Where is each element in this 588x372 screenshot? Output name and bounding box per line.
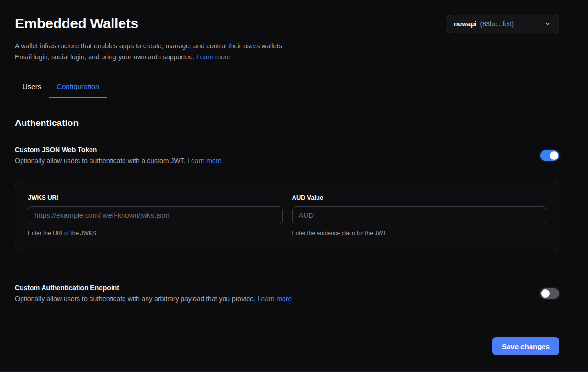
page-header-text: Embedded Wallets A wallet infrastructure…: [15, 15, 284, 63]
jwt-config-card: JWKS URI Enter the URI of the JWKS AUD V…: [15, 181, 559, 251]
tab-bar: Users Configuration: [15, 82, 559, 98]
api-key-hint: (83bc...fe0): [480, 20, 514, 28]
jwks-uri-input[interactable]: [28, 206, 283, 224]
jwks-uri-label: JWKS URI: [28, 194, 58, 201]
custom-endpoint-description: Optionally allow users to authenticate w…: [15, 295, 292, 303]
jwks-uri-helper: Enter the URI of the JWKS: [28, 230, 283, 237]
embedded-wallets-page: Embedded Wallets A wallet infrastructure…: [0, 0, 588, 355]
footer-actions: Save changes: [15, 337, 559, 355]
jwt-toggle-knob: [550, 151, 558, 160]
jwt-setting-title: Custom JSON Web Token: [15, 146, 222, 154]
page-header: Embedded Wallets A wallet infrastructure…: [15, 15, 559, 63]
tab-configuration[interactable]: Configuration: [49, 82, 107, 98]
page-description: A wallet infrastructure that enables app…: [15, 41, 284, 63]
jwt-toggle[interactable]: [540, 150, 559, 161]
page-title: Embedded Wallets: [15, 15, 284, 32]
api-key-name: newapi: [454, 20, 476, 28]
divider: [15, 320, 559, 320]
aud-value-helper: Enter the audience claim for the JWT: [292, 230, 547, 237]
section-heading-authentication: Authentication: [15, 118, 559, 128]
page-description-text: A wallet infrastructure that enables app…: [15, 42, 284, 61]
custom-endpoint-title: Custom Authentication Endpoint: [15, 284, 292, 292]
page-learn-more-link[interactable]: Learn more: [196, 53, 231, 61]
tab-users[interactable]: Users: [15, 82, 49, 98]
custom-endpoint-toggle[interactable]: [540, 288, 559, 299]
api-key-selector-label: newapi(83bc...fe0): [454, 20, 514, 28]
custom-endpoint-description-text: Optionally allow users to authenticate w…: [15, 295, 258, 303]
jwt-setting-description: Optionally allow users to authenticate w…: [15, 157, 222, 165]
jwks-uri-field-group: JWKS URI Enter the URI of the JWKS: [28, 193, 283, 237]
chevron-down-icon: [544, 21, 551, 27]
custom-endpoint-setting-row: Custom Authentication Endpoint Optionall…: [15, 284, 559, 303]
custom-endpoint-text: Custom Authentication Endpoint Optionall…: [15, 284, 292, 303]
custom-endpoint-learn-more-link[interactable]: Learn more: [258, 295, 292, 303]
aud-value-label: AUD Value: [292, 194, 324, 201]
jwt-setting-text: Custom JSON Web Token Optionally allow u…: [15, 146, 222, 165]
jwt-setting-row: Custom JSON Web Token Optionally allow u…: [15, 146, 559, 165]
aud-value-input[interactable]: [292, 206, 547, 224]
custom-endpoint-toggle-knob: [541, 289, 550, 298]
divider: [15, 266, 559, 266]
jwt-learn-more-link[interactable]: Learn more: [187, 157, 222, 165]
jwt-setting-description-text: Optionally allow users to authenticate w…: [15, 157, 187, 165]
save-changes-button[interactable]: Save changes: [492, 337, 559, 355]
aud-value-field-group: AUD Value Enter the audience claim for t…: [292, 193, 547, 237]
api-key-selector[interactable]: newapi(83bc...fe0): [446, 15, 559, 33]
